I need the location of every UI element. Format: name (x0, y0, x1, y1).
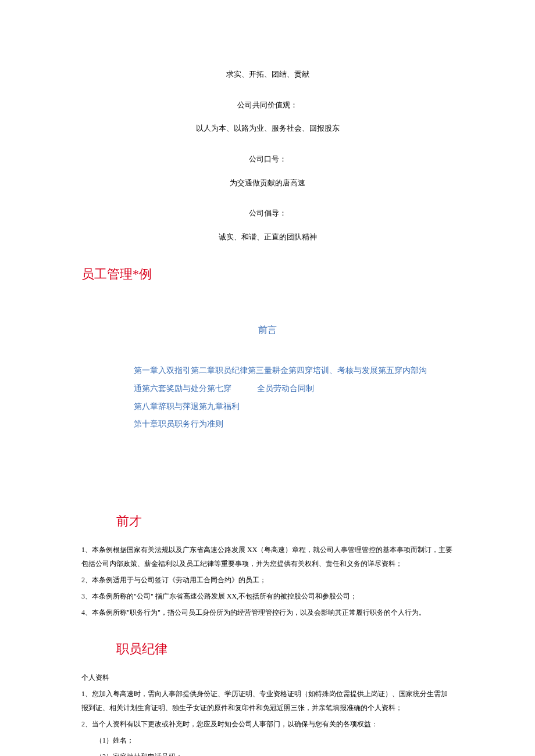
toc-line-2: 通第六套奖励与处分第七穿全员劳动合同制 (134, 380, 454, 398)
preface-item-1: 1、本条例根据国家有关法规以及广东省高速公路发展 XX（粤高速）章程，就公司人事… (81, 543, 454, 571)
preface-heading: 前才 (116, 509, 454, 533)
main-title: 员工管理*例 (81, 262, 454, 286)
company-spirit: 求实、开拓、团结、贡献 (81, 67, 454, 82)
preface-item-4: 4、本条例所称"职务行为"，指公司员工身份所为的经营管理管控行为，以及会影响其正… (81, 605, 454, 619)
personal-info-label: 个人资料 (81, 671, 454, 685)
preface-item-2: 2、本条例适用于与公司签订《劳动用工合同合约》的员工； (81, 573, 454, 587)
discipline-item-1: 1、您加入粤高速时，需向人事部提供身份证、学历证明、专业资格证明（如特殊岗位需提… (81, 687, 454, 715)
toc-line-3: 第八章辞职与萍退第九章福利 (134, 398, 454, 416)
discipline-heading: 职员纪律 (116, 637, 454, 661)
values-label: 公司共同价值观： (81, 98, 454, 113)
discipline-sub-2: （2）家庭地址和电话号码； (81, 750, 454, 756)
toc-line-4: 第十章职员职务行为准则 (134, 415, 454, 433)
preface-toc-title: 前言 (81, 321, 454, 339)
discipline-item-2: 2、当个人资料有以下更改或补充时，您应及时知会公司人事部门，以确保与您有关的各项… (81, 717, 454, 731)
preface-body: 1、本条例根据国家有关法规以及广东省高速公路发展 XX（粤高速）章程，就公司人事… (81, 543, 454, 619)
discipline-body: 个人资料 1、您加入粤高速时，需向人事部提供身份证、学历证明、专业资格证明（如特… (81, 671, 454, 756)
values-text: 以人为本、以路为业、服务社会、回报股东 (81, 121, 454, 136)
toc-line-2a: 通第六套奖励与处分第七穿 (134, 384, 231, 393)
discipline-sub-1: （1）姓名； (81, 733, 454, 747)
toc-line-2b: 全员劳动合同制 (257, 384, 314, 393)
advocate-text: 诚实、和谐、正直的团队精神 (81, 230, 454, 245)
slogan-label: 公司口号： (81, 152, 454, 167)
toc-line-1: 第一章入双指引第二章职员纪律第三量耕金第四穿培训、考核与发展第五穿内部沟 (134, 362, 454, 380)
table-of-contents: 第一章入双指引第二章职员纪律第三量耕金第四穿培训、考核与发展第五穿内部沟 通第六… (134, 362, 454, 433)
slogan-text: 为交通做贡献的唐高速 (81, 176, 454, 191)
advocate-label: 公司倡导： (81, 206, 454, 221)
preface-item-3: 3、本条例所称的"公司" 指广东省高速公路发展 XX,不包括所有的被控股公司和参… (81, 589, 454, 603)
